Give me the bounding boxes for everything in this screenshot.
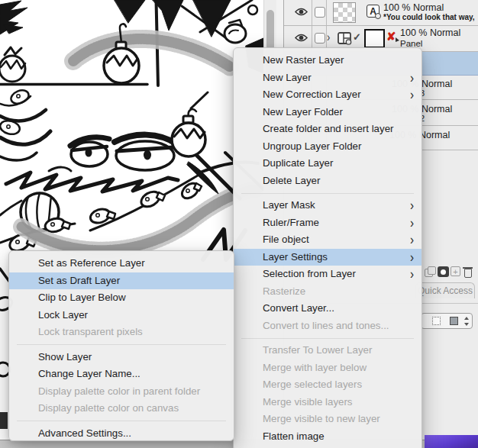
menu-item-label: File object: [263, 234, 309, 245]
folder-expander-icon[interactable]: ›: [327, 31, 330, 44]
layer-thumbnail-white[interactable]: [364, 29, 385, 48]
menu-item-label: Flatten image: [263, 430, 325, 442]
display-palette-color-on-canvas-menu-item: Display palette color on canvas: [9, 400, 234, 417]
layer-context-menu: New Raster LayerNew Layer›New Correction…: [233, 47, 422, 448]
set-as-draft-layer-menu-item[interactable]: Set as Draft Layer: [9, 272, 234, 290]
flatten-image-menu-item[interactable]: Flatten image: [234, 428, 421, 446]
layer-thumbnail-transparent[interactable]: [333, 2, 356, 23]
menu-item-label: Ruler/Frame: [263, 217, 319, 228]
layer-checkbox[interactable]: [315, 7, 325, 18]
menu-item-label: New Layer Folder: [263, 106, 343, 118]
menu-item-label: Ungroup Layer Folder: [263, 140, 361, 152]
layer-mask-menu-item[interactable]: Layer Mask›: [234, 197, 421, 214]
menu-item-label: New Layer: [263, 72, 312, 83]
menu-item-label: Lock transparent pixels: [38, 326, 143, 337]
ruler-frame-menu-item[interactable]: Ruler/Frame›: [234, 214, 421, 232]
tab-quick-access[interactable]: Quick Access: [415, 282, 475, 298]
new-layer-icon[interactable]: +: [451, 266, 460, 276]
display-palette-color-in-parent-folder-menu-item: Display palette color in parent folder: [9, 383, 234, 401]
menu-item-label: Change Layer Name...: [38, 368, 140, 379]
apply-mask-icon[interactable]: [425, 266, 436, 277]
convert-to-lines-and-tones-menu-item: Convert to lines and tones...: [234, 317, 421, 335]
check-icon: ✓: [353, 31, 361, 43]
transfer-to-lower-layer-menu-item: Transfer To Lower Layer: [234, 342, 421, 359]
layer-blend-mode: 100 % Normal: [400, 27, 460, 38]
layer-settings-menu-item[interactable]: Layer Settings›: [234, 249, 421, 266]
menu-item-label: Set as Draft Layer: [38, 275, 120, 286]
change-layer-name-menu-item[interactable]: Change Layer Name...: [9, 366, 234, 383]
menu-item-label: Display palette color on canvas: [38, 402, 179, 414]
transparent-swatch-icon[interactable]: [432, 317, 441, 325]
app-window: A 100 % Normal *You could look that way,…: [0, 0, 478, 448]
layer-checkbox[interactable]: [315, 33, 325, 44]
convert-layer-menu-item[interactable]: Convert Layer...: [234, 300, 421, 317]
expression-color-control[interactable]: [421, 313, 473, 329]
menu-item-label: Clip to Layer Below: [38, 292, 126, 303]
lock-layer-menu-item[interactable]: Lock Layer: [9, 307, 234, 324]
menu-item-label: Create folder and insert layer: [263, 123, 393, 134]
stepper-chevrons-icon[interactable]: [463, 316, 470, 327]
menu-item-label: Delete Layer: [263, 175, 320, 186]
new-layer-folder-menu-item[interactable]: New Layer Folder: [234, 104, 421, 121]
menu-item-label: Merge with layer below: [263, 362, 367, 373]
menu-item-label: Show Layer: [38, 351, 92, 363]
menu-separator: [9, 417, 234, 425]
menu-item-label: Convert to lines and tones...: [263, 320, 389, 331]
layer-settings-submenu: Set as Reference LayerSet as Draft Layer…: [8, 250, 234, 441]
chevron-right-icon: ›: [410, 263, 414, 285]
menu-item-label: Layer Mask: [263, 199, 315, 211]
layer-row-text-layer[interactable]: A 100 % Normal *You could look that way,…: [284, 0, 478, 26]
text-layer-icon: A: [367, 5, 379, 18]
visibility-eye-icon[interactable]: [295, 33, 308, 43]
menu-item-label: Display palette color in parent folder: [38, 385, 200, 397]
layer-name: *You could look that way, to: [383, 13, 476, 21]
show-layer-menu-item[interactable]: Show Layer: [9, 349, 234, 366]
layer-blend-mode: 100 % Normal: [383, 2, 444, 13]
menu-separator: [234, 334, 421, 342]
menu-item-label: Set as Reference Layer: [38, 257, 145, 269]
menu-item-label: Layer Settings: [263, 251, 328, 263]
new-layer-menu-item[interactable]: New Layer›: [234, 69, 421, 87]
menu-item-label: Merge visible to new layer: [263, 413, 380, 424]
advanced-settings-menu-item[interactable]: Advanced Settings...: [9, 425, 234, 443]
menu-item-label: Duplicate Layer: [263, 157, 333, 169]
merge-selected-layers-menu-item: Merge selected layers: [234, 376, 421, 394]
lock-transparent-pixels-menu-item: Lock transparent pixels: [9, 324, 234, 341]
menu-item-label: Convert Layer...: [263, 302, 334, 314]
menu-separator: [9, 341, 234, 349]
menu-item-label: Rasterize: [263, 285, 305, 297]
visibility-eye-icon[interactable]: [295, 7, 308, 17]
merge-with-layer-below-menu-item: Merge with layer below: [234, 359, 421, 377]
menu-item-label: Advanced Settings...: [38, 427, 131, 439]
clip-to-layer-below-menu-item[interactable]: Clip to Layer Below: [9, 289, 234, 307]
frame-folder-icon: [338, 32, 352, 45]
menu-item-label: Lock Layer: [38, 309, 88, 321]
delete-layer-menu-item[interactable]: Delete Layer: [234, 172, 421, 190]
chevron-right-icon: ›: [410, 84, 414, 105]
file-object-menu-item[interactable]: File object›: [234, 231, 421, 249]
menu-item-label: Transfer To Lower Layer: [263, 344, 372, 356]
layer-mask-icon[interactable]: [438, 266, 449, 277]
set-as-reference-layer-menu-item[interactable]: Set as Reference Layer: [9, 255, 234, 272]
merge-visible-layers-menu-item: Merge visible layers: [234, 394, 421, 411]
new-raster-layer-menu-item[interactable]: New Raster Layer: [234, 52, 421, 69]
menu-item-label: Merge selected layers: [263, 379, 362, 390]
new-correction-layer-menu-item[interactable]: New Correction Layer›: [234, 86, 421, 104]
menu-item-label: New Correction Layer: [263, 89, 361, 100]
menu-item-label: New Raster Layer: [263, 54, 344, 66]
not-editable-icon: ✘: [386, 31, 396, 42]
duplicate-layer-menu-item[interactable]: Duplicate Layer: [234, 155, 421, 172]
delete-layer-trash-icon[interactable]: [463, 266, 473, 277]
menu-item-label: Merge visible layers: [263, 396, 353, 408]
menu-separator: [234, 189, 421, 197]
rasterize-menu-item: Rasterize: [234, 283, 421, 301]
ungroup-layer-folder-menu-item[interactable]: Ungroup Layer Folder: [234, 138, 421, 156]
background-window-corner: [425, 435, 478, 448]
create-folder-and-insert-layer-menu-item[interactable]: Create folder and insert layer: [234, 121, 421, 138]
color-swatch-icon[interactable]: [450, 317, 458, 325]
merge-visible-to-new-layer-menu-item: Merge visible to new layer: [234, 411, 421, 428]
selection-from-layer-menu-item[interactable]: Selection from Layer›: [234, 266, 421, 283]
menu-item-label: Selection from Layer: [263, 268, 356, 279]
